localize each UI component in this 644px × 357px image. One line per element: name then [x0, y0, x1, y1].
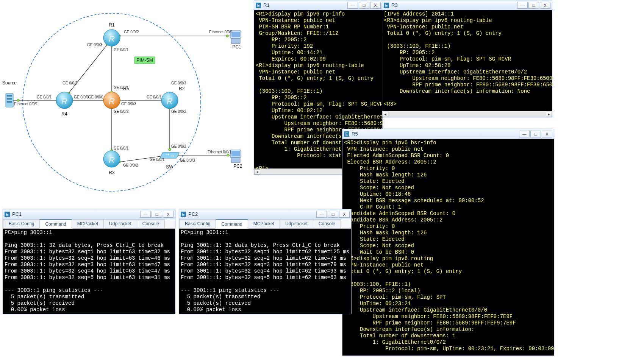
svg-text:GE 0/0/2: GE 0/0/2	[171, 144, 186, 148]
svg-text:GE 0/0/1: GE 0/0/1	[150, 157, 165, 162]
terminal-r3[interactable]: [IPv6 Address] 2014::1 <R3>display pim i…	[382, 10, 552, 111]
r3-label: R3	[109, 170, 115, 175]
window-pc1[interactable]: E PC1 — □ X Basic Config Command MCPacke…	[3, 209, 175, 314]
title-r1: R1	[263, 2, 270, 8]
r2-label: R2	[179, 86, 185, 91]
app-icon: E	[384, 3, 389, 8]
sw-label: SW	[166, 164, 174, 170]
close-button[interactable]: X	[540, 2, 550, 9]
titlebar-r3[interactable]: E R3 — □ X	[382, 0, 552, 10]
hscrollbar[interactable]: ◄ ►	[382, 111, 552, 117]
source-label: Source	[2, 80, 17, 86]
svg-text:GE 0/0/1: GE 0/0/1	[114, 86, 129, 90]
pc1-tabs: Basic Config Command MCPacket UdpPacket …	[3, 219, 175, 229]
scroll-left-icon[interactable]: ◄	[254, 169, 260, 175]
svg-text:GE 0/0/1: GE 0/0/1	[37, 95, 52, 99]
tab-console[interactable]: Console	[313, 219, 341, 228]
svg-text:Ethernet 0/0/1: Ethernet 0/0/1	[208, 150, 231, 154]
min-button[interactable]: —	[140, 211, 151, 218]
router-r2[interactable]	[161, 92, 178, 109]
window-r5[interactable]: E R5 — □ X <R5>display pim ipv6 bsr-info…	[342, 129, 554, 356]
router-r3[interactable]	[103, 151, 120, 167]
svg-text:GE 0/0/1: GE 0/0/1	[114, 146, 129, 150]
r4-label: R4	[61, 111, 67, 117]
svg-text:E: E	[182, 212, 185, 217]
max-button[interactable]: □	[528, 2, 539, 9]
pc2-label: PC2	[233, 164, 242, 169]
svg-text:GE 0/0/1: GE 0/0/1	[147, 95, 162, 99]
host-pc2[interactable]	[230, 150, 241, 163]
tab-basic-config[interactable]: Basic Config	[3, 219, 40, 228]
scroll-right-icon[interactable]: ►	[546, 112, 552, 117]
svg-text:GE 0/0/0: GE 0/0/0	[88, 95, 103, 99]
app-icon: E	[5, 212, 10, 217]
svg-text:E: E	[345, 132, 348, 136]
window-pc2[interactable]: E PC2 — □ X Basic Config Command MCPacke…	[179, 209, 352, 314]
tab-command[interactable]: Command	[39, 219, 72, 228]
svg-text:E: E	[385, 3, 388, 8]
titlebar-r1[interactable]: E R1 — □ X	[254, 0, 382, 10]
pim-sm-label: PIM-SM	[136, 58, 153, 63]
router-r1[interactable]	[103, 30, 120, 46]
svg-text:GE 0/0/2: GE 0/0/2	[114, 109, 129, 114]
title-r3: R3	[391, 2, 398, 8]
min-button[interactable]: —	[519, 131, 530, 137]
topology-canvas[interactable]: R R PIM-SM	[0, 0, 254, 208]
title-pc1: PC1	[12, 211, 22, 217]
svg-text:E: E	[6, 212, 9, 217]
scroll-left-icon[interactable]: ◄	[382, 112, 388, 117]
svg-text:E: E	[257, 3, 260, 8]
svg-text:GE 0/0/3: GE 0/0/3	[63, 81, 78, 85]
max-button[interactable]: □	[359, 2, 369, 9]
titlebar-pc2[interactable]: E PC2 — □ X	[179, 209, 351, 219]
pc2-tabs: Basic Config Command MCPacket UdpPacket …	[179, 219, 351, 229]
max-button[interactable]: □	[328, 211, 338, 218]
close-button[interactable]: X	[542, 131, 552, 137]
terminal-pc2[interactable]: PC>ping 3001::1 Ping 3001::1: 32 data by…	[179, 229, 351, 314]
svg-text:GE 0/0/2: GE 0/0/2	[171, 109, 186, 114]
title-r5: R5	[352, 131, 358, 137]
svg-text:GE 0/0/3: GE 0/0/3	[180, 158, 195, 162]
r1-label: R1	[109, 22, 115, 28]
title-pc2: PC2	[188, 211, 198, 217]
titlebar-r5[interactable]: E R5 — □ X	[342, 129, 554, 139]
svg-text:GE 0/0/3: GE 0/0/3	[121, 102, 136, 106]
svg-text:GE 0/0/3: GE 0/0/3	[87, 43, 102, 47]
window-r3[interactable]: E R3 — □ X [IPv6 Address] 2014::1 <R3>di…	[382, 0, 552, 117]
min-button[interactable]: —	[517, 2, 528, 9]
app-icon: E	[344, 131, 349, 137]
app-icon: E	[256, 3, 261, 8]
svg-text:GE 0/0/1: GE 0/0/1	[114, 48, 129, 52]
tab-mcpacket[interactable]: MCPacket	[72, 219, 104, 228]
host-source[interactable]	[6, 94, 13, 107]
close-button[interactable]: X	[339, 211, 350, 218]
svg-line-16	[64, 39, 112, 98]
svg-text:GE 0/0/2: GE 0/0/2	[124, 30, 139, 34]
tab-command[interactable]: Command	[216, 219, 248, 228]
tab-udppacket[interactable]: UdpPacket	[103, 219, 137, 228]
terminal-r5[interactable]: <R5>display pim ipv6 bsr-info VPN-Instan…	[342, 139, 554, 355]
tab-basic-config[interactable]: Basic Config	[179, 219, 216, 228]
router-r4[interactable]	[56, 92, 73, 109]
svg-text:GE 0/0/2: GE 0/0/2	[123, 163, 138, 167]
tab-console[interactable]: Console	[137, 219, 165, 228]
min-button[interactable]: —	[347, 2, 358, 9]
terminal-pc1[interactable]: PC>ping 3003::1 Ping 3003::1: 32 data by…	[3, 229, 175, 314]
app-icon: E	[181, 212, 186, 217]
max-button[interactable]: □	[152, 211, 162, 218]
tab-mcpacket[interactable]: MCPacket	[248, 219, 280, 228]
svg-text:GE 0/0/3: GE 0/0/3	[171, 81, 186, 85]
pc1-label: PC1	[232, 44, 241, 50]
tab-udppacket[interactable]: UdpPacket	[280, 219, 313, 228]
close-button[interactable]: X	[370, 2, 381, 9]
router-r5[interactable]	[103, 92, 120, 109]
svg-text:Ethernet 0/0/1: Ethernet 0/0/1	[209, 30, 233, 34]
min-button[interactable]: —	[316, 211, 327, 218]
titlebar-pc1[interactable]: E PC1 — □ X	[3, 209, 175, 219]
max-button[interactable]: □	[530, 131, 541, 137]
close-button[interactable]: X	[163, 211, 174, 218]
svg-text:GE 0/0/0: GE 0/0/0	[74, 95, 89, 99]
svg-text:Ethernet 0/0/1: Ethernet 0/0/1	[14, 102, 38, 106]
